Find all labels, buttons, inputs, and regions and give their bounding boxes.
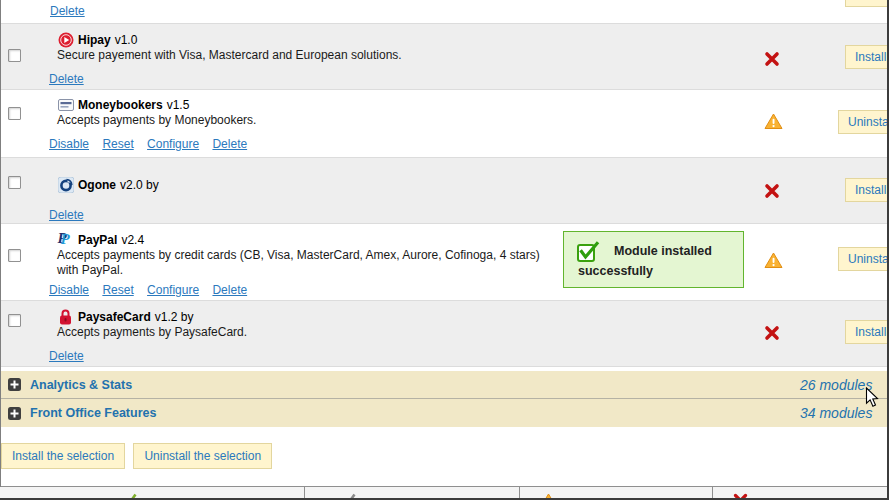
not-installed-cross-icon bbox=[764, 183, 780, 202]
section-label: Front Office Features bbox=[30, 406, 156, 420]
module-name: PaysafeCard bbox=[78, 310, 151, 324]
paysafecard-lock-icon bbox=[57, 309, 74, 325]
section-front-office-features[interactable]: Front Office Features 34 modules bbox=[0, 399, 889, 427]
module-version: v1.5 bbox=[167, 98, 190, 112]
module-version: v1.0 bbox=[115, 33, 138, 47]
action-link-delete[interactable]: Delete bbox=[49, 72, 84, 86]
module-name: Hipay bbox=[78, 33, 111, 47]
module-name: Moneybookers bbox=[78, 98, 163, 112]
install-button[interactable]: Install bbox=[845, 178, 889, 202]
install-button[interactable]: Install bbox=[845, 45, 889, 69]
warning-triangle-icon bbox=[764, 113, 783, 133]
paypal-icon: PP bbox=[57, 232, 74, 248]
action-link-delete[interactable]: Delete bbox=[49, 349, 84, 363]
not-installed-cross-icon bbox=[764, 325, 780, 344]
success-check-icon bbox=[577, 241, 603, 266]
action-link-reset[interactable]: Reset bbox=[102, 137, 133, 151]
action-link-delete[interactable]: Delete bbox=[212, 137, 247, 151]
module-row-hipay: Hipay v1.0 Secure payement with Visa, Ma… bbox=[0, 23, 889, 90]
mouse-cursor bbox=[865, 387, 879, 411]
module-row-paypal: PP PayPal v2.4 Accepts payments by credi… bbox=[0, 224, 889, 300]
module-row-paysafecard: PaysafeCard v1.2 by Accepts payments by … bbox=[0, 300, 889, 367]
action-link-configure[interactable]: Configure bbox=[147, 137, 199, 151]
module-version: v2.0 by bbox=[120, 178, 159, 192]
action-link-delete[interactable]: Delete bbox=[50, 4, 85, 18]
ogone-icon bbox=[57, 177, 74, 193]
module-checkbox[interactable] bbox=[8, 176, 21, 189]
module-sections: Analytics & Stats 26 modules Front Offic… bbox=[0, 371, 889, 427]
module-row-partial: Delete bbox=[0, 0, 889, 23]
uninstall-selection-button[interactable]: Uninstall the selection bbox=[133, 443, 272, 469]
action-link-disable[interactable]: Disable bbox=[49, 283, 89, 297]
bulk-actions: Install the selection Uninstall the sele… bbox=[0, 443, 889, 469]
warning-triangle-icon bbox=[764, 252, 783, 272]
install-selection-button[interactable]: Install the selection bbox=[1, 443, 125, 469]
action-link-delete[interactable]: Delete bbox=[212, 283, 247, 297]
module-name: PayPal bbox=[78, 233, 117, 247]
section-label: Analytics & Stats bbox=[30, 378, 132, 392]
expand-plus-icon[interactable] bbox=[8, 407, 21, 420]
install-button-partial[interactable] bbox=[845, 0, 889, 7]
action-link-disable[interactable]: Disable bbox=[49, 137, 89, 151]
uninstall-button[interactable]: Uninstall bbox=[838, 110, 889, 134]
section-module-count: 26 modules bbox=[800, 377, 872, 393]
module-checkbox[interactable] bbox=[8, 49, 21, 62]
module-version: v2.4 bbox=[121, 233, 144, 247]
module-version: v1.2 by bbox=[155, 310, 194, 324]
module-row-ogone: Ogone v2.0 by Delete Install bbox=[0, 157, 889, 224]
modules-admin-page: Delete Hipay v1.0 Secure payement with V… bbox=[0, 0, 889, 500]
moneybookers-icon bbox=[57, 99, 74, 111]
section-module-count: 34 modules bbox=[800, 405, 872, 421]
action-link-configure[interactable]: Configure bbox=[147, 283, 199, 297]
module-checkbox[interactable] bbox=[8, 314, 21, 327]
action-link-reset[interactable]: Reset bbox=[102, 283, 133, 297]
success-notification: Module installed successfully bbox=[563, 231, 744, 288]
module-name: Ogone bbox=[78, 178, 116, 192]
hipay-icon bbox=[57, 32, 74, 48]
module-checkbox[interactable] bbox=[8, 249, 21, 262]
window-edge-left bbox=[0, 0, 1, 487]
module-description: Accepts payments by credit cards (CB, Vi… bbox=[57, 248, 562, 278]
section-analytics-stats[interactable]: Analytics & Stats 26 modules bbox=[0, 371, 889, 399]
module-row-moneybookers: Moneybookers v1.5 Accepts payments by Mo… bbox=[0, 90, 889, 157]
uninstall-button[interactable]: Uninstall bbox=[838, 247, 889, 271]
module-checkbox[interactable] bbox=[8, 107, 21, 120]
expand-plus-icon[interactable] bbox=[8, 378, 21, 391]
install-button[interactable]: Install bbox=[845, 320, 889, 344]
not-installed-cross-icon bbox=[764, 51, 780, 70]
action-link-delete[interactable]: Delete bbox=[49, 208, 84, 222]
